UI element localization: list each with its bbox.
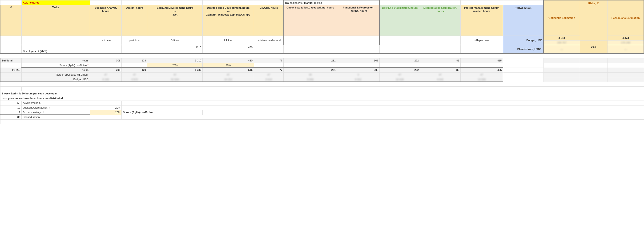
- mode-desktop: fulltime: [203, 36, 254, 45]
- col-dstab-header: Desktop apps Stabilization, hours: [420, 5, 460, 36]
- subtotal-dstab: 86: [420, 58, 460, 63]
- summary-values-row: part time part time fulltime fulltime pa…: [0, 36, 644, 40]
- rate-label: Rate of specialist, USD/hour: [22, 72, 90, 77]
- subtotal-bstab: 222: [380, 58, 420, 63]
- dev-mvp-label: Development (MVP): [22, 45, 90, 54]
- asterisk-row: *: [0, 86, 644, 91]
- total-devops: 77: [254, 68, 284, 72]
- col-backend-header: BackEnd Development, hours --- .Net: [147, 5, 203, 36]
- total-backend: 1 332: [147, 68, 203, 72]
- rate-specialist-row: Rate of specialist, USD/hour 474747 4747…: [0, 72, 644, 77]
- total-desktop: 516: [203, 68, 254, 72]
- estimation-spreadsheet: ALL Features QA engineer for Manual Test…: [0, 0, 644, 124]
- pess-budget-blurred: 170 248: [621, 41, 630, 44]
- subtotal-desktop: 430: [203, 58, 254, 63]
- development-mvp-row: Development (MVP) 1110 430 Blended rate,…: [0, 45, 644, 54]
- blended-rate-label: Blended rate, USD/h: [503, 45, 544, 54]
- rate-opt-blur: —: [560, 48, 563, 51]
- note-bugfix-row: 12 bugfixing/stabilization, h 20%: [0, 105, 644, 110]
- col-devops-header: DevOps, hours: [254, 5, 284, 36]
- col-bstab-header: BackEnd Stabilization, hours: [380, 5, 420, 36]
- scrum-backend-pct: 20%: [147, 63, 203, 68]
- mode-pm: ~4h per days: [460, 36, 503, 45]
- note-scrum-row: 12 Scrum meetings, h 20% Scrum (Agile) c…: [0, 110, 644, 115]
- col-ba-header: Business Analyst, hours: [90, 5, 122, 36]
- opt-budget-blurred: 109 767: [557, 41, 566, 44]
- col-num-header: #: [0, 5, 22, 36]
- subtotal-func: 308: [337, 58, 380, 63]
- total-dstab: 86: [420, 68, 460, 72]
- subtotal-row: SubTotal hours 308 129 1 110 430 77 231 …: [0, 58, 644, 63]
- mode-design: part time: [122, 36, 147, 45]
- budget-specialist-row: Budget, USD 9 2403 870 62 60424 252 3 61…: [0, 77, 644, 82]
- col-func-header: Functional & Regression Testing, hours: [337, 5, 380, 36]
- subtotal-pm: 435: [460, 58, 503, 63]
- subtotal-ba: 308: [90, 58, 122, 63]
- opt-sum-value: 3 644: [544, 36, 580, 40]
- note-dev-row: 56 development, h: [0, 100, 644, 105]
- total-bstab: 222: [380, 68, 420, 72]
- total-pm: 435: [460, 68, 503, 72]
- all-features-cell: ALL Features: [22, 0, 90, 5]
- total-func: 308: [337, 68, 380, 72]
- subtotal-unit: hours: [22, 58, 90, 63]
- col-check-header: Check lists & TestCases writing, hours: [284, 5, 337, 36]
- subtotal-check: 231: [284, 58, 337, 63]
- total-row: TOTAL hours 308 129 1 332 516 77 231 308…: [0, 68, 644, 72]
- pess-est-header: Pessimistic Estimation: [608, 0, 644, 36]
- col-tasks-header: Tasks: [22, 5, 90, 36]
- rate-pess-blur: —: [624, 48, 627, 51]
- col-total-header: TOTAL hours: [503, 5, 544, 36]
- mode-ba: part time: [90, 36, 122, 45]
- total-ba: 308: [90, 68, 122, 72]
- scrum-desktop-pct: 20%: [203, 63, 254, 68]
- subtotal-devops: 77: [254, 58, 284, 63]
- mode-devops: part-time on demand: [254, 36, 284, 45]
- dev-backend-val: 1110: [147, 45, 203, 54]
- scrum-coef-row: Scrum (Agile) coefficient* 20% 20%: [0, 63, 644, 68]
- note-line2: Here you can see how these hours are dis…: [0, 96, 644, 100]
- total-design: 129: [122, 68, 147, 72]
- subtotal-design: 129: [122, 58, 147, 63]
- subtotal-label: SubTotal: [0, 58, 22, 63]
- budget-label: Budget, USD: [22, 77, 90, 82]
- note-line1: 2 week Sprint is 80 hours per each devel…: [0, 91, 644, 96]
- mode-backend: fulltime: [147, 36, 203, 45]
- subtotal-backend: 1 110: [147, 58, 203, 63]
- opt-est-header: Optimistic Estimation: [544, 0, 580, 36]
- total-unit: hours: [22, 68, 90, 72]
- scrum-coef-label: Scrum (Agile) coefficient*: [22, 63, 90, 68]
- risk-value: 20%: [580, 40, 608, 54]
- total-check: 231: [284, 68, 337, 72]
- pess-sum-value: 4 373: [608, 36, 644, 40]
- col-pm-header: Project management/ Scrum master, hours: [460, 5, 503, 36]
- dev-desktop-val: 430: [203, 45, 254, 54]
- top-header-row: ALL Features QA engineer for Manual Test…: [0, 0, 644, 5]
- note-duration-row: 80 Sprint duration: [0, 115, 644, 120]
- risks-header: Risks, %: [580, 0, 608, 40]
- col-design-header: Design, hours: [122, 5, 147, 36]
- qa-engineer-cell: QA engineer for Manual Testing: [284, 0, 380, 5]
- total-label: TOTAL: [0, 68, 22, 72]
- col-desktop-header: Desktop apps Development, hours --- Xama…: [203, 5, 254, 36]
- budget-usd-label: Budget, USD: [503, 36, 544, 45]
